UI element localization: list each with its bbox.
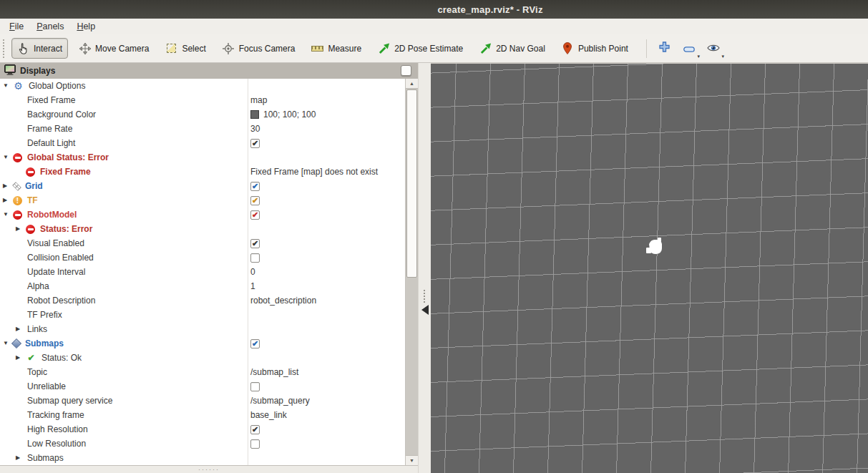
property-value[interactable]: base_link bbox=[250, 408, 287, 422]
select-tool-button[interactable]: Select bbox=[160, 38, 211, 59]
expand-arrow-icon[interactable]: ▶ bbox=[16, 351, 26, 365]
menu-help[interactable]: Help bbox=[70, 20, 102, 33]
tree-row[interactable]: ▶✔Status: Ok bbox=[0, 351, 405, 365]
checkbox-checked[interactable]: ✔ bbox=[250, 182, 260, 191]
splitter-grip-dots bbox=[424, 290, 425, 303]
collapse-arrow-icon[interactable]: ▼ bbox=[3, 150, 13, 165]
tree-row[interactable]: Default Light✔ bbox=[0, 136, 405, 150]
tree-row[interactable]: ▶Status: Error bbox=[0, 222, 405, 236]
collapse-arrow-icon[interactable]: ▼ bbox=[3, 79, 13, 93]
tree-row[interactable]: Fixed Framemap bbox=[0, 93, 405, 107]
property-value[interactable]: 100; 100; 100 bbox=[250, 107, 316, 122]
tree-row[interactable]: ▶Submaps bbox=[0, 451, 405, 465]
tree-row[interactable]: ▼⚙Global Options bbox=[0, 79, 405, 93]
collapse-arrow-icon[interactable]: ▼ bbox=[3, 208, 13, 222]
tree-row[interactable]: Topic/submap_list bbox=[0, 365, 405, 379]
checkbox-checked[interactable]: ✔ bbox=[250, 196, 260, 205]
dropdown-caret-icon[interactable]: ▾ bbox=[721, 54, 724, 59]
menu-file[interactable]: File bbox=[3, 20, 30, 33]
tree-row[interactable]: Update Interval0 bbox=[0, 265, 405, 279]
property-value[interactable]: Fixed Frame [map] does not exist bbox=[250, 165, 378, 179]
tree-row[interactable]: Tracking framebase_link bbox=[0, 408, 405, 422]
move-camera-tool-button[interactable]: Move Camera bbox=[73, 38, 155, 59]
dropdown-caret-icon[interactable]: ▾ bbox=[697, 54, 700, 59]
collapse-panel-arrow-icon[interactable] bbox=[421, 305, 429, 315]
tree-row[interactable]: ▶Grid✔ bbox=[0, 179, 405, 193]
property-label: Status: Error bbox=[40, 224, 92, 234]
vertical-scrollbar[interactable]: ▲ ▼ bbox=[405, 79, 418, 465]
tree-row[interactable]: TF Prefix bbox=[0, 308, 405, 322]
tree-row[interactable]: ▼RobotModel✔ bbox=[0, 208, 405, 222]
panel-splitter[interactable] bbox=[418, 63, 431, 473]
checkbox-checked[interactable]: ✔ bbox=[250, 339, 260, 348]
toolbar-separator bbox=[646, 39, 647, 58]
tree-row[interactable]: Collision Enabled bbox=[0, 250, 405, 265]
scrollbar-thumb[interactable] bbox=[406, 89, 417, 278]
property-label: Update Interval bbox=[27, 267, 85, 277]
scroll-down-button[interactable]: ▼ bbox=[406, 455, 418, 465]
toolbar-drag-handle[interactable] bbox=[2, 39, 6, 59]
expand-arrow-icon[interactable]: ▶ bbox=[16, 322, 26, 336]
expand-arrow-icon[interactable]: ▶ bbox=[3, 193, 13, 208]
tree-row[interactable]: Unreliable bbox=[0, 379, 405, 394]
checkbox-checked[interactable]: ✔ bbox=[250, 425, 260, 434]
view-tool-button[interactable]: ▾ bbox=[704, 39, 723, 59]
checkbox-checked[interactable]: ✔ bbox=[250, 239, 260, 248]
checkbox-unchecked[interactable] bbox=[250, 382, 260, 391]
tree-row[interactable]: Robot Descriptionrobot_description bbox=[0, 293, 405, 308]
checkbox-unchecked[interactable] bbox=[250, 439, 260, 449]
tool-label: Publish Point bbox=[578, 44, 628, 54]
expand-arrow-icon[interactable]: ▶ bbox=[16, 222, 26, 236]
property-value[interactable]: map bbox=[250, 93, 267, 107]
add-tool-button[interactable] bbox=[655, 39, 674, 59]
tree-row[interactable]: ▼Submaps✔ bbox=[0, 336, 405, 351]
menu-panels[interactable]: Panels bbox=[30, 20, 70, 33]
color-swatch[interactable] bbox=[250, 110, 259, 119]
checkbox-unchecked[interactable] bbox=[250, 253, 260, 263]
menubar: File Panels Help bbox=[0, 19, 868, 34]
tree-row[interactable]: Low Resolution bbox=[0, 437, 405, 451]
interact-tool-button[interactable]: Interact bbox=[11, 38, 68, 59]
tree-row[interactable]: Visual Enabled✔ bbox=[0, 236, 405, 250]
checkbox-checked[interactable]: ✔ bbox=[250, 139, 260, 148]
tree-row[interactable]: ▶Links bbox=[0, 322, 405, 336]
publish-point-tool-button[interactable]: Publish Point bbox=[556, 38, 634, 59]
tree-row[interactable]: Alpha1 bbox=[0, 279, 405, 293]
property-value[interactable]: 0 bbox=[250, 265, 255, 279]
tool-label: Move Camera bbox=[95, 44, 149, 54]
hand-icon bbox=[17, 42, 29, 54]
property-label: Background Color bbox=[27, 109, 96, 120]
expand-arrow-icon[interactable]: ▶ bbox=[3, 179, 13, 193]
checkbox-checked[interactable]: ✔ bbox=[250, 210, 260, 220]
panel-float-button[interactable] bbox=[401, 65, 411, 76]
nav-goal-tool-button[interactable]: 2D Nav Goal bbox=[474, 38, 551, 59]
property-value[interactable]: /submap_query bbox=[250, 394, 310, 408]
property-label: Collision Enabled bbox=[27, 253, 94, 263]
property-value: ✔ bbox=[250, 422, 260, 437]
window-title: create_map.rviz* - RViz bbox=[0, 4, 868, 15]
property-value[interactable]: /submap_list bbox=[250, 365, 298, 379]
expand-arrow-icon[interactable]: ▶ bbox=[16, 451, 26, 465]
property-value[interactable]: 1 bbox=[250, 279, 255, 293]
horizontal-splitter[interactable]: ······ bbox=[0, 465, 418, 473]
tree-row[interactable]: Frame Rate30 bbox=[0, 122, 405, 136]
property-value[interactable]: robot_description bbox=[250, 293, 316, 308]
render-viewport[interactable] bbox=[431, 63, 868, 473]
property-value[interactable]: 30 bbox=[250, 122, 260, 136]
measure-tool-button[interactable]: Measure bbox=[306, 38, 367, 59]
focus-camera-tool-button[interactable]: Focus Camera bbox=[217, 38, 301, 59]
displays-panel-header[interactable]: Displays bbox=[0, 63, 418, 79]
tree-row[interactable]: ▼Global Status: Error bbox=[0, 150, 405, 165]
tool-label: Focus Camera bbox=[239, 44, 296, 54]
scroll-up-button[interactable]: ▲ bbox=[406, 79, 418, 89]
warning-icon: ! bbox=[13, 196, 22, 205]
tree-row[interactable]: Background Color100; 100; 100 bbox=[0, 107, 405, 122]
pose-estimate-tool-button[interactable]: 2D Pose Estimate bbox=[372, 38, 469, 59]
tree-row[interactable]: ▶!TF✔ bbox=[0, 193, 405, 208]
tree-row[interactable]: Submap query service/submap_query bbox=[0, 394, 405, 408]
tool-label: 2D Pose Estimate bbox=[394, 44, 463, 54]
remove-tool-button[interactable]: ▾ bbox=[680, 39, 698, 59]
titlebar[interactable]: create_map.rviz* - RViz bbox=[0, 0, 868, 19]
tree-row[interactable]: Fixed FrameFixed Frame [map] does not ex… bbox=[0, 165, 405, 179]
tree-row[interactable]: High Resolution✔ bbox=[0, 422, 405, 437]
